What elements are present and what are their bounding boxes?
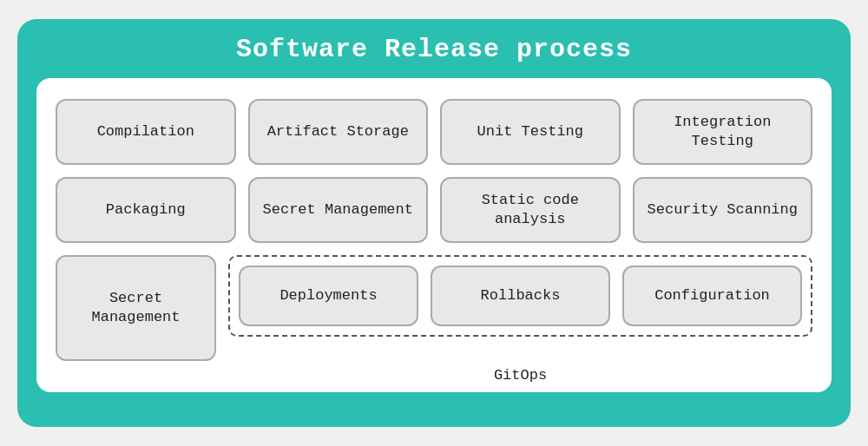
static-code-analysis-box: Static code analysis xyxy=(440,177,621,243)
artifact-storage-box: Artifact Storage xyxy=(248,99,429,165)
gitops-label: GitOps xyxy=(494,367,547,384)
integration-testing-box: Integration Testing xyxy=(633,99,813,165)
outer-container: Software Release process Compilation Art… xyxy=(17,19,851,427)
packaging-box: Packaging xyxy=(56,177,236,243)
compilation-box: Compilation xyxy=(56,99,236,165)
security-scanning-box: Security Scanning xyxy=(633,177,813,243)
row-2: Packaging Secret Management Static code … xyxy=(56,177,812,243)
row-1: Compilation Artifact Storage Unit Testin… xyxy=(56,99,812,165)
secret-management-box-3: Secret Management xyxy=(56,255,216,361)
grid-area: Compilation Artifact Storage Unit Testin… xyxy=(56,99,812,361)
deployments-box: Deployments xyxy=(239,266,418,326)
configuration-box: Configuration xyxy=(622,266,802,326)
secret-management-box-2: Secret Management xyxy=(248,177,429,243)
unit-testing-box: Unit Testing xyxy=(440,99,621,165)
rollbacks-box: Rollbacks xyxy=(431,266,610,326)
main-title: Software Release process xyxy=(36,35,832,64)
gitops-zone: Deployments Rollbacks Configuration xyxy=(228,255,812,337)
inner-container: Compilation Artifact Storage Unit Testin… xyxy=(36,78,832,392)
row-3: Secret Management Deployments Rollbacks … xyxy=(56,255,812,361)
